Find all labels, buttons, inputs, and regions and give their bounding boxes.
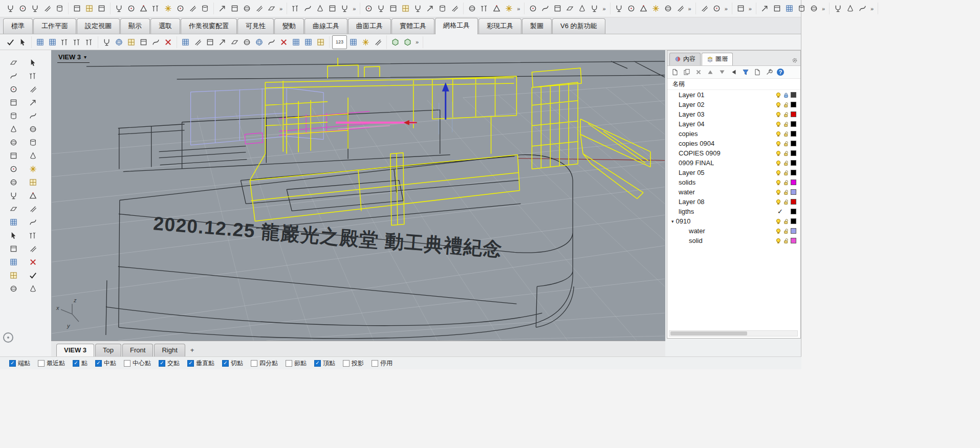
layer-lock-icon[interactable] — [783, 199, 789, 205]
layer-color-swatch[interactable] — [791, 170, 796, 175]
osnap-item[interactable]: 投影 — [343, 359, 364, 368]
viewport-title[interactable]: VIEW 3 ▾ — [57, 53, 90, 63]
toolbar-icon[interactable] — [229, 3, 241, 14]
toolbar-icon[interactable] — [771, 3, 783, 14]
toolbar-icon[interactable] — [5, 36, 16, 48]
add-viewport-button[interactable]: + — [186, 344, 199, 356]
ribbon-tab[interactable]: 實體工具 — [391, 18, 434, 34]
layer-lock-icon[interactable] — [783, 150, 789, 156]
ribbon-tab[interactable]: V6 的新功能 — [552, 18, 605, 34]
sidebar-tool-icon[interactable] — [6, 242, 20, 255]
layer-tools-button[interactable] — [765, 68, 773, 76]
toolbar-icon[interactable] — [796, 3, 808, 14]
layer-row[interactable]: Layer 01 — [667, 90, 800, 100]
layer-lock-icon[interactable] — [783, 131, 789, 137]
toolbar-overflow-chevron[interactable]: » — [602, 6, 605, 12]
toolbar-icon[interactable] — [290, 36, 302, 48]
layer-lock-icon[interactable] — [783, 218, 789, 225]
toolbar-icon[interactable] — [253, 3, 265, 14]
toolbar-icon[interactable] — [47, 36, 58, 48]
toolbar-icon[interactable] — [400, 3, 411, 14]
delete-layer-button[interactable] — [694, 68, 703, 76]
toolbar-icon[interactable] — [17, 3, 29, 14]
layer-lock-icon[interactable] — [783, 180, 789, 186]
layer-visibility-bulb-icon[interactable] — [775, 238, 781, 244]
layer-visibility-bulb-icon[interactable] — [775, 180, 781, 186]
toolbar-icon[interactable] — [539, 3, 551, 14]
tab-layers[interactable]: 圖層 — [702, 53, 733, 65]
toolbar-icon[interactable] — [54, 3, 66, 14]
ribbon-tab[interactable]: 標準 — [3, 18, 33, 34]
toolbar-icon[interactable] — [491, 3, 503, 14]
scrollbar-thumb[interactable] — [670, 331, 747, 335]
sidebar-tool-icon[interactable] — [6, 282, 20, 295]
toolbar-icon[interactable] — [412, 3, 424, 14]
osnap-checkbox[interactable] — [372, 360, 378, 367]
toolbar-icon[interactable] — [229, 36, 241, 48]
chevron-down-icon[interactable]: ▾ — [84, 54, 86, 60]
toolbar-icon[interactable] — [662, 3, 674, 14]
osnap-item[interactable]: 中點 — [95, 359, 116, 368]
osnap-item[interactable]: 四分點 — [251, 359, 278, 368]
sidebar-tool-icon[interactable] — [26, 269, 40, 281]
sidebar-tool-icon[interactable] — [26, 96, 40, 108]
ribbon-tab[interactable]: 曲面工具 — [348, 18, 391, 34]
layer-lock-icon[interactable] — [783, 160, 789, 166]
osnap-checkbox[interactable] — [187, 360, 194, 367]
toolbar-icon[interactable] — [125, 36, 137, 48]
toolbar-icon[interactable] — [278, 36, 290, 48]
toolbar-icon[interactable] — [138, 36, 149, 48]
layer-visibility-bulb-icon[interactable] — [775, 131, 781, 137]
toolbar-icon[interactable] — [216, 36, 228, 48]
toolbar-icon[interactable] — [187, 3, 199, 14]
toolbar-overflow-chevron[interactable]: » — [279, 6, 282, 12]
toolbar-icon[interactable] — [326, 3, 338, 14]
toolbar-icon[interactable] — [150, 36, 162, 48]
toolbar-icon[interactable] — [241, 3, 253, 14]
toolbar-icon[interactable] — [113, 3, 125, 14]
sidebar-tool-icon[interactable] — [26, 163, 40, 175]
osnap-checkbox[interactable] — [124, 360, 130, 367]
osnap-item[interactable]: 切點 — [222, 359, 243, 368]
toolbar-icon[interactable] — [83, 36, 95, 48]
sidebar-tool-icon[interactable] — [6, 109, 20, 122]
sidebar-tool-icon[interactable] — [26, 83, 40, 95]
toolbar-icon[interactable] — [241, 36, 253, 48]
layer-color-swatch[interactable] — [791, 150, 796, 156]
ribbon-tab[interactable]: 曲線工具 — [304, 18, 347, 34]
osnap-item[interactable]: 頂點 — [314, 359, 335, 368]
sidebar-tool-icon[interactable] — [26, 203, 40, 215]
toolbar-icon[interactable] — [808, 3, 820, 14]
toolbar-overflow-chevron[interactable]: » — [416, 39, 419, 45]
toolbar-icon[interactable] — [424, 3, 436, 14]
layer-color-swatch[interactable] — [791, 199, 796, 205]
sidebar-tool-icon[interactable] — [26, 70, 40, 82]
sidebar-tool-icon[interactable] — [26, 123, 40, 135]
layer-color-swatch[interactable] — [791, 111, 796, 117]
move-layer-up-button[interactable] — [706, 68, 714, 76]
osnap-item[interactable]: 垂直點 — [187, 359, 214, 368]
sidebar-tool-icon[interactable] — [26, 176, 40, 188]
layer-row[interactable]: water — [667, 187, 800, 197]
layer-name-column-header[interactable]: 名稱 — [667, 79, 800, 90]
tab-properties[interactable]: 內容 — [669, 53, 701, 65]
toolbar-icon[interactable] — [138, 3, 149, 14]
layer-row[interactable]: COPIES 0909 — [667, 148, 800, 158]
toolbar-icon[interactable] — [216, 3, 228, 14]
ribbon-tab[interactable]: 設定視圖 — [77, 18, 120, 34]
sidebar-tool-icon[interactable] — [6, 149, 20, 162]
layer-lock-icon[interactable] — [783, 102, 789, 108]
layer-row[interactable]: Layer 02 — [667, 100, 800, 109]
toolbar-icon[interactable] — [5, 3, 16, 14]
toolbar-icon[interactable] — [564, 3, 576, 14]
toolbar-icon[interactable] — [832, 3, 844, 14]
toolbar-icon[interactable] — [315, 36, 326, 48]
toolbar-icon[interactable] — [552, 3, 563, 14]
toolbar-icon[interactable] — [290, 3, 301, 14]
sidebar-tool-icon[interactable] — [26, 242, 40, 255]
toolbar-icon[interactable] — [699, 3, 710, 14]
layer-lock-icon[interactable] — [783, 141, 789, 147]
layer-row-child[interactable]: water — [667, 226, 800, 236]
layer-color-swatch[interactable] — [791, 141, 796, 146]
toolbar-icon[interactable] — [113, 36, 125, 48]
